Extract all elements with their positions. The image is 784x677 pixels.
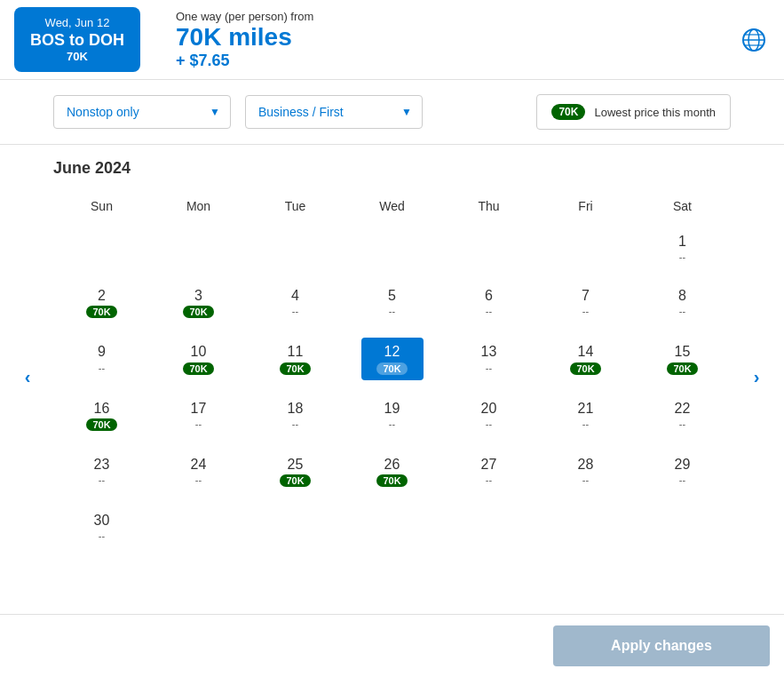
day-cell[interactable]: 20-- (458, 394, 520, 434)
lowest-price-pill: 70K (551, 104, 585, 120)
day-cell[interactable]: 370K (168, 282, 230, 323)
day-price: -- (486, 474, 492, 485)
table-cell (440, 220, 537, 275)
day-cell[interactable]: 21-- (555, 394, 617, 434)
day-cell[interactable]: 30-- (71, 506, 133, 546)
day-price: -- (582, 474, 589, 485)
day-number: 25 (288, 456, 304, 473)
day-cell[interactable]: 27-- (458, 450, 520, 490)
table-cell (53, 220, 150, 275)
day-cell[interactable]: 8-- (652, 282, 714, 322)
table-cell: 21-- (537, 387, 634, 443)
day-price: -- (195, 418, 202, 429)
day-cell[interactable]: 1470K (555, 338, 617, 379)
day-number: 13 (481, 343, 497, 360)
table-cell: 1470K (537, 331, 634, 386)
lowest-price-badge-container: 70K Lowest price this month (536, 94, 731, 130)
table-cell: 7-- (537, 275, 634, 331)
day-number: 26 (384, 456, 400, 473)
table-cell: 9-- (53, 331, 150, 386)
table-cell (344, 220, 440, 275)
day-cell[interactable]: 29-- (652, 450, 714, 490)
day-price: -- (679, 474, 685, 485)
col-header-tue: Tue (247, 192, 344, 220)
flight-card: Wed, Jun 12 BOS to DOH 70K (14, 7, 140, 72)
day-cell[interactable]: 1270K (361, 338, 424, 379)
price-badge: 70K (667, 362, 697, 375)
day-cell[interactable]: 19-- (361, 394, 424, 434)
table-cell: 1270K (344, 331, 440, 386)
day-price: -- (582, 418, 589, 429)
day-number: 19 (384, 400, 400, 417)
table-cell: 17-- (150, 387, 247, 443)
day-price: -- (486, 306, 492, 316)
day-cell[interactable]: 17-- (168, 394, 230, 434)
table-cell: 27-- (440, 443, 537, 499)
day-number: 15 (675, 343, 691, 360)
day-price: -- (486, 362, 492, 373)
day-number: 18 (288, 400, 304, 417)
table-cell (344, 499, 440, 554)
day-cell[interactable]: 6-- (458, 282, 520, 322)
table-cell: 28-- (537, 443, 634, 499)
day-cell[interactable]: 270K (71, 282, 133, 323)
day-price: -- (292, 418, 298, 429)
day-cell[interactable]: 9-- (71, 338, 133, 378)
table-cell: 2670K (344, 443, 440, 499)
stop-filter-wrapper[interactable]: Nonstop only 1 stop or fewer All flights… (53, 95, 231, 129)
cabin-filter-select[interactable]: Business / First Economy Premium Economy (245, 95, 423, 129)
apply-changes-button[interactable]: Apply changes (553, 625, 770, 666)
table-cell: 22-- (634, 387, 731, 443)
day-cell[interactable]: 7-- (555, 282, 617, 322)
day-price: -- (292, 306, 298, 316)
table-cell (150, 499, 247, 554)
day-price: -- (389, 418, 395, 429)
day-number: 1 (678, 233, 686, 250)
day-cell[interactable]: 22-- (652, 394, 714, 434)
day-cell[interactable]: 2570K (265, 450, 327, 492)
day-cell[interactable]: 24-- (168, 450, 230, 490)
day-cell[interactable]: 4-- (265, 282, 327, 322)
price-badge: 70K (376, 362, 407, 375)
table-cell: 23-- (53, 443, 150, 499)
day-cell[interactable]: 1070K (168, 338, 230, 379)
day-cell[interactable]: 1670K (71, 394, 133, 436)
col-header-sun: Sun (53, 192, 150, 220)
day-cell[interactable]: 1570K (652, 338, 714, 379)
day-cell[interactable]: 18-- (265, 394, 327, 434)
table-cell: 19-- (344, 387, 440, 443)
col-header-wed: Wed (344, 192, 440, 220)
day-price: -- (99, 474, 105, 485)
table-cell: 5-- (344, 275, 440, 331)
table-cell (247, 499, 344, 554)
day-number: 9 (98, 343, 106, 360)
table-cell: 1170K (247, 331, 344, 386)
globe-icon[interactable] (738, 24, 770, 56)
calendar-table: Sun Mon Tue Wed Thu Fri Sat 1--270K370K4… (53, 192, 731, 554)
table-cell: 1070K (150, 331, 247, 386)
table-cell: 24-- (150, 443, 247, 499)
day-cell[interactable]: 1-- (652, 227, 714, 267)
day-cell[interactable]: 1170K (265, 338, 327, 379)
table-cell: 4-- (247, 275, 344, 331)
flight-route: BOS to DOH (30, 31, 124, 50)
next-month-arrow[interactable]: › (743, 364, 770, 391)
day-cell[interactable]: 5-- (361, 282, 424, 322)
day-price: -- (195, 474, 202, 485)
tax-display: + $7.65 (176, 52, 738, 70)
day-cell[interactable]: 23-- (71, 450, 133, 490)
price-badge: 70K (183, 362, 213, 375)
table-cell: 20-- (440, 387, 537, 443)
day-cell[interactable]: 28-- (555, 450, 617, 490)
day-number: 4 (291, 287, 299, 304)
cabin-filter-wrapper[interactable]: Business / First Economy Premium Economy… (245, 95, 423, 129)
prev-month-arrow[interactable]: ‹ (14, 364, 41, 391)
day-cell[interactable]: 13-- (458, 338, 520, 378)
miles-display: 70K miles (176, 23, 738, 52)
price-badge: 70K (280, 474, 310, 487)
table-cell: 6-- (440, 275, 537, 331)
stop-filter-select[interactable]: Nonstop only 1 stop or fewer All flights (53, 95, 231, 129)
table-cell: 1670K (53, 387, 150, 443)
day-number: 5 (388, 287, 396, 304)
day-cell[interactable]: 2670K (361, 450, 424, 492)
